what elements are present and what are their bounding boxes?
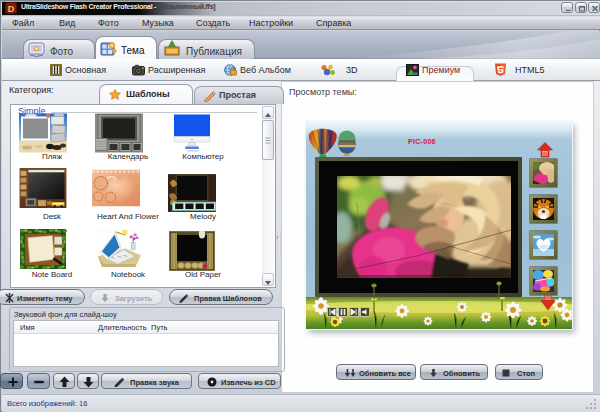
svg-text:D: D <box>8 4 15 14</box>
